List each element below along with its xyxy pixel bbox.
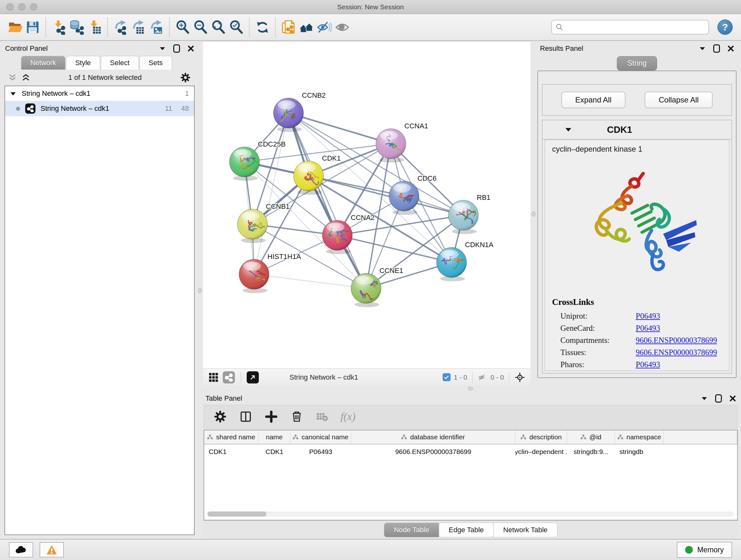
network-node-HIST1H1A[interactable]: HIST1H1A <box>239 253 301 293</box>
help-button[interactable]: ? <box>718 19 733 35</box>
cell[interactable]: CDK1 <box>259 444 290 459</box>
section-collapse-icon[interactable] <box>565 127 572 132</box>
show-columns-icon[interactable] <box>239 410 253 423</box>
search-input[interactable] <box>566 23 704 31</box>
export-image-button[interactable] <box>147 17 165 37</box>
apply-layout-button[interactable] <box>253 17 271 37</box>
float-panel-button[interactable] <box>173 44 180 53</box>
close-panel-button[interactable] <box>188 45 194 52</box>
table-row[interactable]: CDK1CDK1P064939606.ENSP00000378699cyclin… <box>204 444 737 459</box>
splitter-handle[interactable] <box>468 387 473 390</box>
network-graph[interactable]: CCNB2CCNA1CDC25BCDK1CDC6RB1CCNB1CCNA2CDK… <box>203 42 530 368</box>
tab-select[interactable]: Select <box>101 56 139 70</box>
collapse-panel-button[interactable] <box>159 46 165 51</box>
string-view-button[interactable] <box>223 371 235 383</box>
tab-style[interactable]: Style <box>66 56 100 70</box>
birdseye-navigator-icon[interactable] <box>515 372 525 383</box>
network-node-CDK1[interactable]: CDK1 <box>293 154 341 195</box>
export-network-button[interactable] <box>112 17 130 37</box>
expand-all-button[interactable]: Expand All <box>561 91 625 108</box>
open-session-button[interactable] <box>6 17 23 37</box>
crosslink-link[interactable]: 9606.ENSP00000378699 <box>636 348 717 357</box>
cell[interactable]: cyclin–dependent ... <box>515 444 567 459</box>
table-horizontal-scrollbar[interactable] <box>207 511 734 516</box>
network-edge[interactable] <box>288 113 366 288</box>
search-field[interactable] <box>551 20 709 35</box>
close-panel-button[interactable] <box>728 45 734 52</box>
network-canvas[interactable]: CCNB2CCNA1CDC25BCDK1CDC6RB1CCNB1CCNA2CDK… <box>203 42 530 368</box>
scrollbar-thumb[interactable] <box>207 511 266 516</box>
open-in-browser-button[interactable] <box>247 371 259 383</box>
tree-expand-icon[interactable] <box>10 91 16 96</box>
column-header--id[interactable]: @id <box>567 430 615 444</box>
float-panel-button[interactable] <box>715 394 722 402</box>
cell[interactable]: P06493 <box>290 444 351 459</box>
network-node-CCNB2[interactable]: CCNB2 <box>273 91 326 132</box>
network-collection-row[interactable]: String Network – cdk1 1 <box>5 86 194 101</box>
splitter-handle[interactable] <box>198 288 202 293</box>
network-node-CCNA1[interactable]: CCNA1 <box>376 122 428 163</box>
cloud-status-button[interactable] <box>9 542 33 557</box>
network-node-RB1[interactable]: RB1 <box>448 193 490 234</box>
tab-network[interactable]: Network <box>21 56 65 70</box>
column-header-shared-name[interactable]: shared name <box>204 430 259 444</box>
column-header-namespace[interactable]: namespace <box>615 430 664 444</box>
close-panel-button[interactable] <box>730 395 736 401</box>
tab-edge-table[interactable]: Edge Table <box>439 523 493 537</box>
cell[interactable]: stringdb <box>615 444 664 459</box>
selected-checkbox-icon[interactable] <box>443 373 451 381</box>
left-splitter[interactable] <box>197 42 203 539</box>
column-header-name[interactable]: name <box>259 430 290 444</box>
horizontal-splitter[interactable] <box>203 386 738 392</box>
network-node-CDC25B[interactable]: CDC25B <box>229 140 286 181</box>
expand-all-icon[interactable] <box>22 74 30 81</box>
crosslink-link[interactable]: P06493 <box>636 324 660 333</box>
minimize-window-button[interactable] <box>18 3 25 10</box>
hide-selected-button[interactable] <box>315 17 333 37</box>
zoom-out-button[interactable] <box>192 17 209 37</box>
clone-network-button[interactable] <box>280 17 297 37</box>
tab-network-table[interactable]: Network Table <box>493 523 557 537</box>
zoom-selected-button[interactable] <box>227 17 245 37</box>
protein-section-header[interactable]: CDK1 <box>542 120 731 139</box>
crosslink-link[interactable]: P06493 <box>636 360 660 369</box>
column-header-database-identifier[interactable]: database identifier <box>351 430 515 444</box>
network-edge[interactable] <box>309 176 463 215</box>
network-edge[interactable] <box>288 113 391 144</box>
crosslink-link[interactable]: P06493 <box>636 312 660 320</box>
float-panel-button[interactable] <box>713 44 720 53</box>
tab-string[interactable]: String <box>617 56 657 71</box>
import-network-file-button[interactable] <box>50 17 68 37</box>
zoom-in-button[interactable] <box>174 17 192 37</box>
fit-content-button[interactable] <box>209 17 227 37</box>
collapse-panel-button[interactable] <box>699 46 705 51</box>
close-window-button[interactable] <box>6 3 14 10</box>
import-table-button[interactable] <box>85 17 104 37</box>
network-node-CCNB1[interactable]: CCNB1 <box>238 202 290 243</box>
right-splitter[interactable] <box>530 42 537 386</box>
splitter-handle[interactable] <box>532 211 536 216</box>
maximize-window-button[interactable] <box>30 3 37 10</box>
crosslink-link[interactable]: 9606.ENSP00000378699 <box>636 336 717 345</box>
cell[interactable]: CDK1 <box>204 444 259 459</box>
tab-node-table[interactable]: Node Table <box>384 523 439 537</box>
first-neighbors-button[interactable] <box>297 17 315 37</box>
column-header-description[interactable]: description <box>515 430 567 444</box>
collapse-all-button[interactable]: Collapse All <box>645 91 713 108</box>
network-row-selected[interactable]: String Network – cdk1 11 48 <box>5 101 194 116</box>
collapse-all-icon[interactable] <box>8 74 17 81</box>
save-session-button[interactable] <box>23 17 42 37</box>
network-edge[interactable] <box>254 274 366 288</box>
add-column-icon[interactable] <box>265 410 278 423</box>
tab-sets[interactable]: Sets <box>139 56 172 70</box>
import-network-database-button[interactable] <box>68 17 85 37</box>
network-edge[interactable] <box>254 113 288 274</box>
show-all-button[interactable] <box>333 17 351 37</box>
network-node-CDKN1A[interactable]: CDKN1A <box>436 241 494 281</box>
memory-button[interactable]: Memory <box>677 542 732 558</box>
network-edge[interactable] <box>337 235 452 262</box>
export-table-button[interactable] <box>130 17 147 37</box>
column-header-canonical-name[interactable]: canonical name <box>290 430 351 444</box>
table-settings-gear-icon[interactable] <box>213 410 227 423</box>
cell[interactable]: 9606.ENSP00000378699 <box>351 444 515 459</box>
